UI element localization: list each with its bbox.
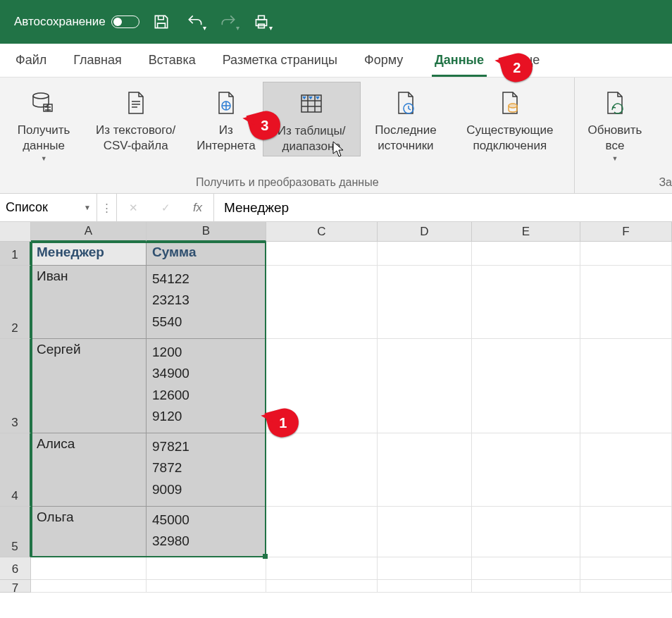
- existing-connections-label: Существующие подключения: [458, 123, 561, 154]
- row-header-4[interactable]: 4: [0, 433, 31, 507]
- col-header-C[interactable]: C: [266, 222, 378, 242]
- cell-A3[interactable]: Сергей: [31, 339, 147, 433]
- cell-A4[interactable]: Алиса: [31, 433, 147, 507]
- cell-C6[interactable]: [266, 557, 378, 580]
- recent-file-icon: [389, 86, 423, 120]
- tab-home[interactable]: Главная: [70, 46, 125, 77]
- cell-D6[interactable]: [378, 557, 472, 580]
- refresh-all-label: Обновить все: [587, 123, 642, 154]
- cell-D7[interactable]: [378, 580, 472, 593]
- cell-E1[interactable]: [472, 242, 580, 266]
- cell-F5[interactable]: [580, 507, 672, 557]
- refresh-icon: [598, 86, 632, 120]
- get-data-button[interactable]: Получить данные ▼: [6, 82, 82, 165]
- autosave-label: Автосохранение: [14, 15, 106, 29]
- name-box-dropdown-icon[interactable]: ▼: [84, 204, 91, 211]
- svg-rect-1: [258, 16, 264, 19]
- undo-dropdown-icon[interactable]: ▾: [203, 13, 206, 32]
- web-file-icon: [209, 86, 243, 120]
- row-header-1[interactable]: 1: [0, 242, 31, 266]
- cell-A7[interactable]: [31, 580, 147, 593]
- cell-B5[interactable]: 45000 32980: [147, 507, 266, 557]
- cell-C1[interactable]: [266, 242, 378, 266]
- cell-A6[interactable]: [31, 557, 147, 580]
- cell-B2[interactable]: 54122 23213 5540: [147, 266, 266, 339]
- ribbon-tabs: Файл Главная Вставка Разметка страницы Ф…: [0, 44, 672, 78]
- cell-E7[interactable]: [472, 580, 580, 593]
- tab-formulas[interactable]: Форму: [361, 46, 411, 77]
- cell-E4[interactable]: [472, 433, 580, 507]
- title-bar: Автосохранение ▾ ▾ ▾: [0, 0, 672, 44]
- ribbon-group-get-transform: Получить данные ▼ Из текстового/ CSV-фай…: [0, 78, 575, 193]
- cell-A2[interactable]: Иван: [31, 266, 147, 339]
- row-header-3[interactable]: 3: [0, 339, 31, 433]
- cell-E3[interactable]: [472, 339, 580, 433]
- cell-F4[interactable]: [580, 433, 672, 507]
- cell-F2[interactable]: [580, 266, 672, 339]
- cell-B1[interactable]: Сумма: [147, 242, 266, 266]
- cell-E5[interactable]: [472, 507, 580, 557]
- connections-file-icon: [493, 86, 527, 120]
- existing-connections-button[interactable]: Существующие подключения: [451, 82, 568, 155]
- recent-sources-button[interactable]: Последние источники: [361, 82, 452, 155]
- database-icon: [27, 86, 61, 120]
- table-icon: [294, 87, 328, 120]
- redo-dropdown-icon: ▾: [236, 13, 239, 32]
- cell-C4[interactable]: [266, 433, 378, 507]
- text-file-icon: [119, 86, 153, 120]
- formula-bar: Список ▼ ⋮ ✕ ✓ fx Менеджер: [0, 194, 672, 222]
- tab-insert[interactable]: Вставка: [146, 46, 199, 77]
- col-header-E[interactable]: E: [472, 222, 580, 242]
- svg-rect-0: [256, 20, 266, 26]
- tab-data[interactable]: Данные: [432, 46, 487, 77]
- fx-button[interactable]: fx: [182, 194, 214, 221]
- cell-C5[interactable]: [266, 507, 378, 557]
- cell-F3[interactable]: [580, 339, 672, 433]
- cell-E2[interactable]: [472, 266, 580, 339]
- cell-D1[interactable]: [378, 242, 472, 266]
- toggle-switch-off[interactable]: [111, 16, 139, 28]
- formula-input[interactable]: Менеджер: [214, 194, 672, 221]
- cell-F6[interactable]: [580, 557, 672, 580]
- cell-F7[interactable]: [580, 580, 672, 593]
- cell-F1[interactable]: [580, 242, 672, 266]
- col-header-B[interactable]: B: [147, 222, 266, 242]
- formula-value: Менеджер: [224, 200, 289, 216]
- cell-A1[interactable]: Менеджер: [31, 242, 147, 266]
- row-header-7[interactable]: 7: [0, 580, 31, 593]
- svg-point-8: [509, 104, 517, 108]
- cell-B3[interactable]: 1200 34900 12600 9120: [147, 339, 266, 433]
- col-header-D[interactable]: D: [378, 222, 472, 242]
- ribbon-group-queries: Обновить все ▼: [575, 78, 654, 193]
- refresh-all-button[interactable]: Обновить все ▼: [580, 82, 649, 165]
- cell-D2[interactable]: [378, 266, 472, 339]
- cell-E6[interactable]: [472, 557, 580, 580]
- autosave-toggle[interactable]: Автосохранение: [14, 15, 139, 29]
- save-icon[interactable]: [149, 10, 173, 34]
- tab-file[interactable]: Файл: [13, 46, 49, 77]
- qat-customize-icon[interactable]: ▾: [269, 13, 273, 32]
- cell-B6[interactable]: [147, 557, 266, 580]
- cell-C2[interactable]: [266, 266, 378, 339]
- from-text-csv-button[interactable]: Из текстового/ CSV-файла: [82, 82, 189, 155]
- select-all-corner[interactable]: [0, 222, 31, 242]
- cell-D3[interactable]: [378, 339, 472, 433]
- col-header-F[interactable]: F: [580, 222, 672, 242]
- row-header-2[interactable]: 2: [0, 266, 31, 339]
- cell-C7[interactable]: [266, 580, 378, 593]
- ribbon: Получить данные ▼ Из текстового/ CSV-фай…: [0, 78, 672, 194]
- cell-D4[interactable]: [378, 433, 472, 507]
- cell-D5[interactable]: [378, 507, 472, 557]
- row-header-5[interactable]: 5: [0, 507, 31, 557]
- cell-B4[interactable]: 97821 7872 9009: [147, 433, 266, 507]
- formula-bar-separator: ⋮: [97, 194, 117, 221]
- ribbon-group-label: Получить и преобразовать данные: [6, 173, 568, 190]
- tab-page-layout[interactable]: Разметка страницы: [220, 46, 340, 77]
- cell-B7[interactable]: [147, 580, 266, 593]
- recent-sources-label: Последние источники: [368, 123, 444, 154]
- cell-A5[interactable]: Ольга: [31, 507, 147, 557]
- col-header-A[interactable]: A: [31, 222, 147, 242]
- worksheet[interactable]: A B C D E F 1 Менеджер Сумма 2 Иван 5412…: [0, 222, 672, 593]
- name-box[interactable]: Список ▼: [0, 194, 97, 221]
- row-header-6[interactable]: 6: [0, 557, 31, 580]
